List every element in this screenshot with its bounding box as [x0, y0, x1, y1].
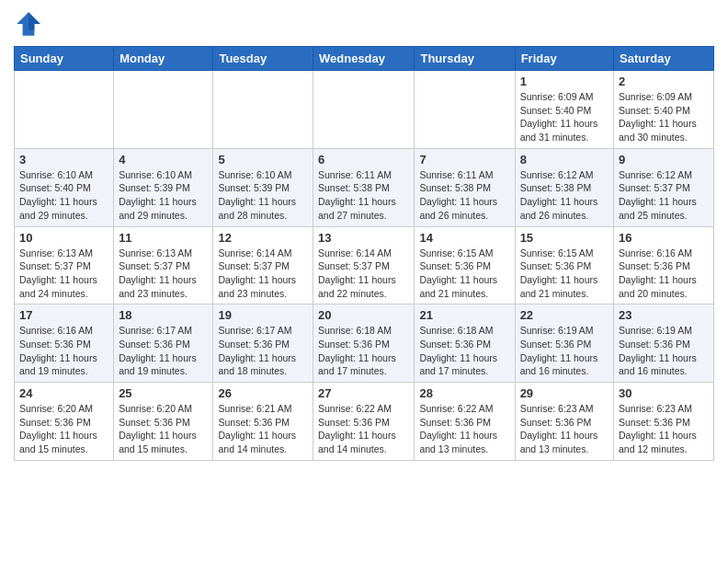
daylight-text: Daylight: 11 hours and 21 minutes.: [419, 273, 509, 300]
sunrise-text: Sunrise: 6:23 AM: [619, 402, 709, 416]
logo-icon: [14, 9, 43, 39]
calendar-cell: [213, 71, 313, 149]
day-number: 25: [119, 386, 208, 400]
day-number: 20: [318, 308, 409, 322]
sunset-text: Sunset: 5:36 PM: [218, 416, 308, 430]
page: SundayMondayTuesdayWednesdayThursdayFrid…: [0, 0, 728, 475]
sunrise-text: Sunrise: 6:13 AM: [119, 247, 208, 260]
day-number: 23: [619, 308, 709, 322]
weekday-header: Sunday: [15, 47, 114, 71]
day-number: 27: [318, 386, 409, 400]
weekday-header: Friday: [515, 47, 613, 71]
sunrise-text: Sunrise: 6:10 AM: [119, 168, 208, 182]
sunset-text: Sunset: 5:36 PM: [520, 338, 609, 351]
calendar-cell: 26Sunrise: 6:21 AMSunset: 5:36 PMDayligh…: [213, 383, 313, 461]
day-number: 2: [619, 75, 709, 88]
cell-info: Sunrise: 6:21 AMSunset: 5:36 PMDaylight:…: [218, 402, 308, 456]
calendar-cell: 29Sunrise: 6:23 AMSunset: 5:36 PMDayligh…: [515, 383, 613, 461]
sunset-text: Sunset: 5:37 PM: [619, 181, 709, 195]
daylight-text: Daylight: 11 hours and 30 minutes.: [619, 117, 709, 144]
header: [14, 9, 714, 39]
cell-info: Sunrise: 6:13 AMSunset: 5:37 PMDaylight:…: [119, 247, 208, 301]
daylight-text: Daylight: 11 hours and 24 minutes.: [19, 273, 108, 300]
sunrise-text: Sunrise: 6:19 AM: [520, 324, 609, 338]
sunset-text: Sunset: 5:36 PM: [419, 259, 509, 273]
sunrise-text: Sunrise: 6:16 AM: [19, 324, 108, 338]
calendar-cell: 25Sunrise: 6:20 AMSunset: 5:36 PMDayligh…: [114, 383, 213, 461]
calendar-cell: 15Sunrise: 6:15 AMSunset: 5:36 PMDayligh…: [515, 226, 613, 304]
sunrise-text: Sunrise: 6:09 AM: [520, 90, 609, 104]
cell-info: Sunrise: 6:18 AMSunset: 5:36 PMDaylight:…: [419, 324, 509, 378]
daylight-text: Daylight: 11 hours and 13 minutes.: [419, 429, 509, 455]
logo: [14, 9, 47, 39]
sunset-text: Sunset: 5:40 PM: [520, 104, 609, 118]
day-number: 19: [218, 308, 308, 322]
calendar-header-row: SundayMondayTuesdayWednesdayThursdayFrid…: [15, 47, 714, 71]
daylight-text: Daylight: 11 hours and 23 minutes.: [119, 273, 208, 300]
sunrise-text: Sunrise: 6:11 AM: [318, 168, 409, 182]
calendar-cell: 11Sunrise: 6:13 AMSunset: 5:37 PMDayligh…: [114, 226, 213, 304]
sunrise-text: Sunrise: 6:15 AM: [520, 247, 609, 260]
sunrise-text: Sunrise: 6:14 AM: [218, 247, 308, 260]
sunset-text: Sunset: 5:40 PM: [619, 104, 709, 118]
calendar-week-row: 10Sunrise: 6:13 AMSunset: 5:37 PMDayligh…: [15, 226, 714, 304]
day-number: 29: [520, 386, 609, 400]
calendar-cell: 3Sunrise: 6:10 AMSunset: 5:40 PMDaylight…: [15, 148, 114, 226]
sunset-text: Sunset: 5:37 PM: [19, 259, 108, 273]
day-number: 28: [419, 386, 509, 400]
sunset-text: Sunset: 5:37 PM: [218, 259, 308, 273]
calendar-cell: 6Sunrise: 6:11 AMSunset: 5:38 PMDaylight…: [313, 148, 415, 226]
daylight-text: Daylight: 11 hours and 22 minutes.: [318, 273, 409, 300]
daylight-text: Daylight: 11 hours and 28 minutes.: [218, 195, 308, 222]
calendar-week-row: 24Sunrise: 6:20 AMSunset: 5:36 PMDayligh…: [15, 383, 714, 461]
sunrise-text: Sunrise: 6:13 AM: [19, 247, 108, 260]
cell-info: Sunrise: 6:16 AMSunset: 5:36 PMDaylight:…: [19, 324, 108, 378]
cell-info: Sunrise: 6:17 AMSunset: 5:36 PMDaylight:…: [218, 324, 308, 378]
cell-info: Sunrise: 6:13 AMSunset: 5:37 PMDaylight:…: [19, 247, 108, 301]
sunset-text: Sunset: 5:39 PM: [218, 181, 308, 195]
day-number: 30: [619, 386, 709, 400]
calendar-cell: 12Sunrise: 6:14 AMSunset: 5:37 PMDayligh…: [213, 226, 313, 304]
daylight-text: Daylight: 11 hours and 20 minutes.: [619, 273, 709, 300]
calendar-week-row: 17Sunrise: 6:16 AMSunset: 5:36 PMDayligh…: [15, 304, 714, 383]
day-number: 18: [119, 308, 208, 322]
calendar-cell: [415, 71, 515, 149]
daylight-text: Daylight: 11 hours and 12 minutes.: [619, 429, 709, 455]
daylight-text: Daylight: 11 hours and 27 minutes.: [318, 195, 409, 222]
calendar-week-row: 1Sunrise: 6:09 AMSunset: 5:40 PMDaylight…: [15, 71, 714, 149]
sunset-text: Sunset: 5:40 PM: [19, 181, 108, 195]
cell-info: Sunrise: 6:09 AMSunset: 5:40 PMDaylight:…: [619, 90, 709, 144]
cell-info: Sunrise: 6:22 AMSunset: 5:36 PMDaylight:…: [318, 402, 409, 456]
day-number: 15: [520, 231, 609, 245]
cell-info: Sunrise: 6:10 AMSunset: 5:39 PMDaylight:…: [218, 168, 308, 223]
day-number: 21: [419, 308, 509, 322]
daylight-text: Daylight: 11 hours and 26 minutes.: [520, 195, 609, 222]
cell-info: Sunrise: 6:22 AMSunset: 5:36 PMDaylight:…: [419, 402, 509, 456]
calendar-cell: 17Sunrise: 6:16 AMSunset: 5:36 PMDayligh…: [15, 304, 114, 383]
cell-info: Sunrise: 6:23 AMSunset: 5:36 PMDaylight:…: [520, 402, 609, 456]
weekday-header: Wednesday: [313, 47, 415, 71]
cell-info: Sunrise: 6:15 AMSunset: 5:36 PMDaylight:…: [419, 247, 509, 301]
sunrise-text: Sunrise: 6:17 AM: [119, 324, 208, 338]
day-number: 22: [520, 308, 609, 322]
sunrise-text: Sunrise: 6:16 AM: [619, 247, 709, 260]
sunset-text: Sunset: 5:39 PM: [119, 181, 208, 195]
calendar-cell: [114, 71, 213, 149]
cell-info: Sunrise: 6:15 AMSunset: 5:36 PMDaylight:…: [520, 247, 609, 301]
cell-info: Sunrise: 6:14 AMSunset: 5:37 PMDaylight:…: [318, 247, 409, 301]
cell-info: Sunrise: 6:20 AMSunset: 5:36 PMDaylight:…: [119, 402, 208, 456]
sunset-text: Sunset: 5:37 PM: [119, 259, 208, 273]
daylight-text: Daylight: 11 hours and 15 minutes.: [19, 429, 108, 455]
sunset-text: Sunset: 5:36 PM: [619, 259, 709, 273]
sunrise-text: Sunrise: 6:12 AM: [520, 168, 609, 182]
calendar-cell: 16Sunrise: 6:16 AMSunset: 5:36 PMDayligh…: [614, 226, 714, 304]
daylight-text: Daylight: 11 hours and 13 minutes.: [520, 429, 609, 455]
calendar-cell: 10Sunrise: 6:13 AMSunset: 5:37 PMDayligh…: [15, 226, 114, 304]
sunrise-text: Sunrise: 6:17 AM: [218, 324, 308, 338]
sunrise-text: Sunrise: 6:09 AM: [619, 90, 709, 104]
daylight-text: Daylight: 11 hours and 17 minutes.: [419, 351, 509, 378]
daylight-text: Daylight: 11 hours and 14 minutes.: [218, 429, 308, 455]
day-number: 16: [619, 231, 709, 245]
sunrise-text: Sunrise: 6:18 AM: [419, 324, 509, 338]
day-number: 8: [520, 153, 609, 167]
